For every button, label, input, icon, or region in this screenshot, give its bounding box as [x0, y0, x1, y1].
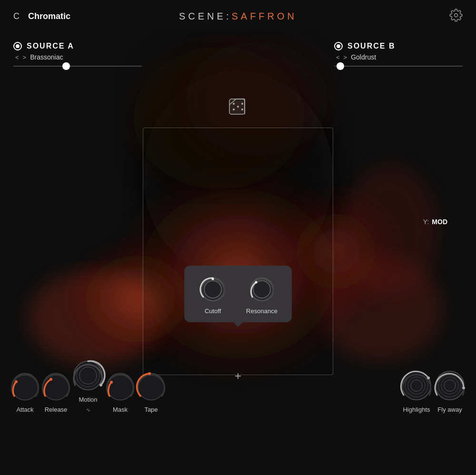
svg-point-16 — [241, 109, 243, 110]
svg-point-36 — [148, 372, 151, 375]
cutoff-knob-block: Cutoff — [198, 275, 227, 315]
source-a-label: SOURCE A — [27, 42, 74, 50]
source-b-next[interactable]: > — [344, 54, 347, 61]
resonance-knob-block: Resonance — [246, 275, 278, 315]
source-a-header: SOURCE A — [13, 42, 142, 50]
svg-point-18 — [233, 109, 235, 110]
scene-title: SCENE:SAFFRON — [179, 11, 297, 22]
svg-point-14 — [233, 103, 235, 105]
title-scene: SCENE: — [179, 11, 231, 21]
svg-point-5 — [29, 270, 162, 366]
source-a-prev[interactable]: < — [15, 54, 19, 61]
svg-point-41 — [427, 376, 430, 379]
svg-point-32 — [99, 384, 102, 386]
svg-point-20 — [204, 281, 221, 298]
cutoff-knob[interactable] — [198, 275, 227, 304]
source-a-thumb[interactable] — [62, 62, 70, 70]
svg-point-17 — [241, 103, 243, 105]
source-a-preset: Brassoniac — [30, 53, 63, 61]
header-left: C Chromatic — [13, 11, 70, 21]
source-b-preset: Goldrust — [351, 53, 376, 61]
attack-label: Attack — [16, 406, 33, 413]
svg-point-29 — [74, 361, 102, 390]
motion-sublabel: ∿ — [86, 407, 90, 413]
svg-point-26 — [15, 380, 18, 383]
title-saffron: SAFFRON — [231, 11, 297, 21]
tape-knob[interactable] — [136, 371, 167, 402]
svg-point-33 — [107, 374, 134, 400]
highlights-knob[interactable] — [400, 369, 433, 402]
tape-label: Tape — [144, 406, 158, 413]
header: C Chromatic SCENE:SAFFRON — [0, 0, 476, 32]
release-knob[interactable] — [40, 371, 71, 402]
release-knob-block: Release — [40, 371, 71, 413]
svg-point-25 — [12, 374, 39, 400]
attack-knob-block: Attack — [10, 371, 40, 413]
source-a-nav: < > Brassoniac — [13, 53, 142, 61]
preset-label[interactable]: Chromatic — [28, 11, 70, 21]
cutoff-label: Cutoff — [205, 307, 221, 315]
svg-point-0 — [455, 14, 458, 17]
source-a-slider[interactable] — [13, 66, 142, 67]
xy-pad[interactable] — [143, 128, 333, 375]
source-b-header: SOURCE B — [334, 42, 395, 50]
mask-knob-block: Mask — [105, 371, 136, 413]
fly-away-label: Fly away — [437, 406, 462, 413]
filter-knobs-row: Cutoff Resonance — [198, 275, 278, 315]
mod-label: MOD — [432, 218, 447, 226]
svg-point-27 — [43, 374, 69, 400]
motion-label: Motion — [79, 396, 97, 403]
svg-point-15 — [237, 106, 239, 108]
gear-icon — [449, 9, 463, 22]
svg-point-24 — [255, 281, 258, 284]
main-area: SOURCE A < > Brassoniac — [0, 32, 476, 423]
fly-away-knob[interactable] — [433, 369, 466, 402]
source-a-block: SOURCE A < > Brassoniac — [13, 42, 142, 67]
mask-label: Mask — [113, 406, 128, 413]
highlights-knob-block: Highlights — [400, 369, 433, 413]
source-a-next[interactable]: > — [23, 54, 27, 61]
source-b-slider[interactable] — [334, 66, 463, 67]
bottom-controls: Attack Release Motion ∿ — [0, 359, 476, 423]
sources-row: SOURCE A < > Brassoniac — [0, 32, 476, 67]
attack-knob[interactable] — [10, 371, 40, 402]
svg-point-7 — [343, 166, 438, 299]
resonance-knob[interactable] — [248, 275, 276, 304]
dice-button[interactable] — [227, 94, 249, 119]
svg-point-21 — [212, 278, 214, 280]
gear-button[interactable] — [449, 9, 463, 24]
source-b-block: SOURCE B < > Goldrust — [334, 42, 463, 67]
filter-popup: Cutoff Resonance — [184, 266, 292, 322]
y-mod-display: Y: MOD — [423, 218, 447, 226]
highlights-label: Highlights — [403, 406, 430, 413]
fly-away-knob-block: Fly away — [433, 369, 466, 413]
key-label: C — [13, 11, 20, 21]
mask-knob[interactable] — [105, 371, 136, 402]
svg-point-34 — [110, 381, 113, 384]
dice-icon — [227, 94, 249, 117]
motion-knob[interactable] — [71, 359, 105, 392]
source-b-nav: < > Goldrust — [334, 53, 376, 61]
source-b-radio[interactable] — [334, 42, 343, 50]
source-b-label: SOURCE B — [347, 42, 395, 50]
resonance-label: Resonance — [246, 307, 278, 315]
svg-point-28 — [50, 378, 52, 381]
source-a-radio[interactable] — [13, 42, 22, 50]
y-label: Y: — [423, 218, 429, 226]
motion-knob-block: Motion ∿ — [71, 359, 105, 413]
release-label: Release — [45, 406, 68, 413]
source-b-prev[interactable]: < — [336, 54, 340, 61]
tape-knob-block: Tape — [136, 371, 167, 413]
svg-point-42 — [436, 371, 464, 400]
svg-point-46 — [462, 386, 465, 389]
